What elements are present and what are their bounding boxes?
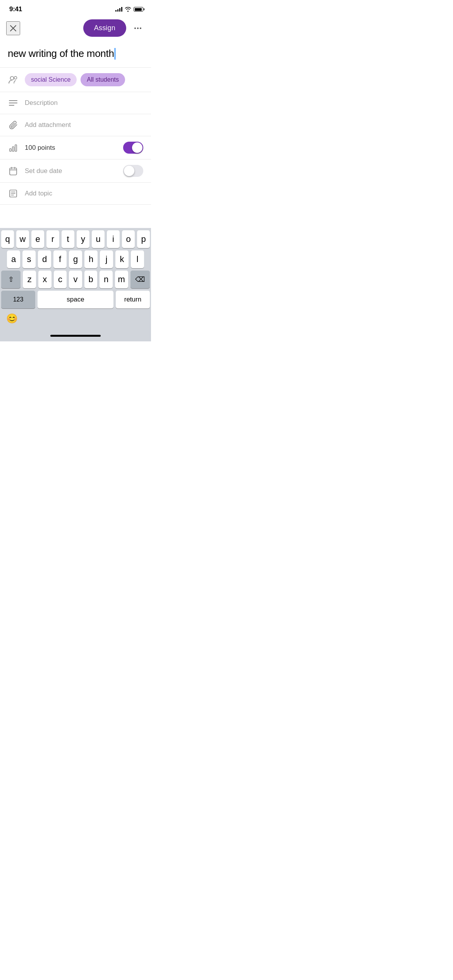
shift-key[interactable]: ⇧ (1, 271, 21, 288)
delete-key[interactable]: ⌫ (130, 271, 150, 288)
wifi-icon (125, 7, 131, 12)
key-g[interactable]: g (69, 250, 82, 268)
svg-rect-5 (10, 168, 17, 175)
toggle-knob (132, 142, 142, 153)
points-row[interactable]: 100 points (0, 136, 151, 159)
keyboard-row-3: ⇧ z x c v b n m ⌫ (0, 268, 151, 288)
key-e[interactable]: e (31, 230, 44, 248)
assign-button[interactable]: Assign (83, 19, 126, 37)
keyboard-row-2: a s d f g h j k l (0, 248, 151, 268)
signal-icon (115, 7, 122, 12)
students-icon (8, 74, 19, 85)
status-bar: 9:41 (0, 0, 151, 16)
topic-row[interactable]: Add topic (0, 183, 151, 205)
key-f[interactable]: f (53, 250, 67, 268)
keyboard: q w e r t y u i o p a s d f g h j k l ⇧ … (0, 228, 151, 341)
due-date-row[interactable]: Set due date (0, 159, 151, 183)
content-spacer (0, 205, 151, 228)
key-r[interactable]: r (46, 230, 59, 248)
key-d[interactable]: d (38, 250, 51, 268)
key-h[interactable]: h (84, 250, 98, 268)
return-key[interactable]: return (116, 291, 150, 308)
points-icon (8, 142, 19, 153)
space-key[interactable]: space (38, 291, 113, 308)
status-time: 9:41 (9, 5, 22, 13)
title-text[interactable]: new writing of the month (8, 48, 114, 60)
key-p[interactable]: p (137, 230, 150, 248)
key-l[interactable]: l (131, 250, 144, 268)
svg-rect-4 (15, 145, 17, 151)
key-c[interactable]: c (54, 271, 67, 288)
key-j[interactable]: j (100, 250, 113, 268)
due-date-label: Set due date (25, 167, 62, 175)
close-icon (10, 25, 17, 32)
text-cursor (115, 48, 115, 60)
attachment-row[interactable]: Add attachment (0, 114, 151, 136)
description-icon (8, 98, 19, 108)
key-w[interactable]: w (16, 230, 29, 248)
class-chips: social Science All students (25, 73, 143, 86)
key-m[interactable]: m (115, 271, 128, 288)
svg-rect-2 (10, 149, 11, 151)
points-toggle-container[interactable] (123, 142, 143, 154)
attachment-icon (8, 120, 19, 130)
title-input-area[interactable]: new writing of the month (8, 48, 143, 60)
title-section: new writing of the month (0, 41, 151, 68)
keyboard-row-1: q w e r t y u i o p (0, 228, 151, 248)
dot1 (134, 27, 136, 29)
header: Assign (0, 16, 151, 41)
key-y[interactable]: y (77, 230, 89, 248)
key-b[interactable]: b (84, 271, 98, 288)
description-placeholder[interactable]: Description (25, 99, 58, 107)
svg-point-0 (10, 77, 14, 80)
close-button[interactable] (6, 21, 20, 35)
status-icons (115, 7, 143, 12)
key-i[interactable]: i (107, 230, 120, 248)
description-row[interactable]: Description (0, 92, 151, 114)
dot3 (140, 27, 141, 29)
points-toggle[interactable] (123, 142, 143, 154)
key-a[interactable]: a (7, 250, 20, 268)
svg-rect-3 (12, 147, 14, 151)
due-date-toggle[interactable] (123, 165, 143, 177)
key-o[interactable]: o (122, 230, 135, 248)
key-n[interactable]: n (100, 271, 113, 288)
keyboard-bottom-row: 123 space return (0, 288, 151, 310)
battery-icon (134, 7, 143, 12)
topic-icon (8, 188, 19, 199)
key-x[interactable]: x (38, 271, 51, 288)
svg-point-1 (14, 77, 17, 79)
attachment-label[interactable]: Add attachment (25, 121, 71, 129)
emoji-button[interactable]: 😊 (6, 313, 18, 324)
due-date-toggle-knob (124, 166, 134, 176)
key-k[interactable]: k (115, 250, 129, 268)
class-row[interactable]: social Science All students (0, 68, 151, 92)
key-z[interactable]: z (23, 271, 36, 288)
more-button[interactable] (131, 21, 145, 35)
calendar-icon (8, 166, 19, 176)
key-q[interactable]: q (1, 230, 14, 248)
key-v[interactable]: v (69, 271, 82, 288)
keyboard-emoji-row: 😊 (0, 310, 151, 335)
key-s[interactable]: s (22, 250, 36, 268)
students-chip[interactable]: All students (81, 73, 125, 86)
key-u[interactable]: u (92, 230, 105, 248)
numbers-key[interactable]: 123 (1, 291, 35, 308)
key-t[interactable]: t (62, 230, 74, 248)
points-label: 100 points (25, 144, 55, 152)
home-indicator (50, 335, 101, 337)
class-chip[interactable]: social Science (25, 73, 77, 86)
due-date-toggle-container[interactable] (123, 165, 143, 177)
topic-label[interactable]: Add topic (25, 190, 52, 197)
header-right: Assign (83, 19, 145, 37)
dot2 (137, 27, 139, 29)
